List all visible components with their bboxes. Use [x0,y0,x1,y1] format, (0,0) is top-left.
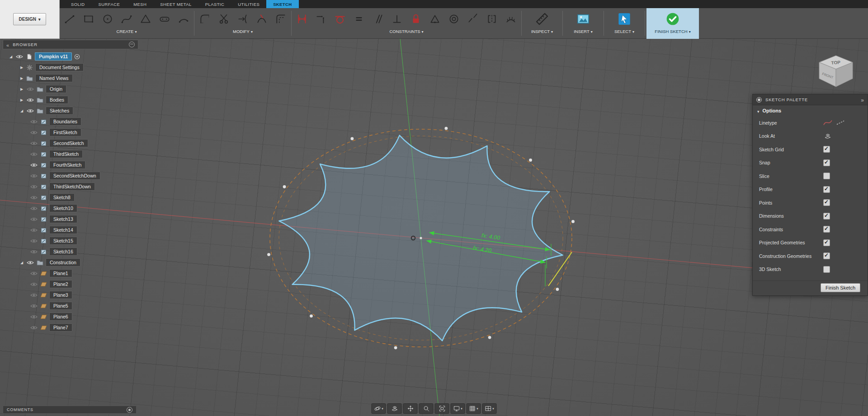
visibility-eye-icon[interactable] [30,325,38,330]
snap-checkbox[interactable] [823,159,830,166]
visibility-eye-icon[interactable] [27,108,34,113]
sketch-point[interactable] [351,137,354,140]
tangent-icon[interactable] [334,13,346,25]
fix-icon[interactable] [410,13,422,25]
linetype-construction-icon[interactable] [836,119,845,126]
comments-bubble-icon[interactable] [127,407,132,413]
browser-item-sketch14[interactable]: Sketch14 [3,224,138,235]
tab-sheet-metal[interactable]: SHEET METAL [153,0,198,8]
item-label[interactable]: SecondSketchDown [49,172,100,180]
sketch-point[interactable] [488,336,491,339]
display-settings-button[interactable]: ▾ [451,403,465,414]
browser-item-firstsketch[interactable]: FirstSketch [3,127,138,138]
item-label[interactable]: Named Views [35,74,73,82]
look-at-button[interactable] [387,403,402,414]
browser-item-sketch8[interactable]: Sketch8 [3,192,138,203]
visibility-eye-icon[interactable] [30,292,38,298]
browser-item-sketches[interactable]: ◢Sketches [3,105,138,116]
visibility-eye-icon[interactable] [30,195,38,200]
visibility-eye-icon[interactable] [27,260,34,265]
item-label[interactable]: Sketch13 [49,215,77,223]
slot-icon[interactable] [158,13,171,25]
toolbar-group-label-inspect[interactable]: INSPECT [531,29,553,34]
visibility-eye-icon[interactable] [30,206,38,211]
viewports-button[interactable]: ▾ [482,403,497,414]
item-label[interactable]: Sketch16 [49,248,77,256]
fillet-icon[interactable] [198,13,211,25]
item-label[interactable]: ThirdSketch [49,150,83,158]
pan-button[interactable] [403,403,418,414]
curvature-icon[interactable] [505,13,517,25]
fit-button[interactable] [435,403,449,414]
polygon-icon[interactable] [139,13,152,25]
item-label[interactable]: Plane7 [49,323,72,332]
measure-icon[interactable] [535,12,549,26]
browser-item-construction[interactable]: ◢Construction [3,257,138,268]
toolbar-group-label-modify[interactable]: MODIFY [233,29,253,34]
visibility-eye-icon[interactable] [30,238,38,243]
visibility-eye-icon[interactable] [16,54,24,59]
palette-options-header[interactable]: Options [753,105,868,116]
comments-bar[interactable]: COMMENTS [3,406,137,414]
item-label[interactable]: Plane5 [49,302,72,310]
sketch-point[interactable] [267,253,270,256]
item-label[interactable]: Construction [46,258,80,266]
collapse-arrow-icon[interactable]: ◢ [18,261,25,265]
finish-sketch-icon[interactable] [665,12,680,26]
item-label[interactable]: Sketch14 [49,226,77,234]
browser-item-sketch13[interactable]: Sketch13 [3,214,138,224]
spline-icon[interactable] [120,13,133,25]
toolbar-group-label-insert[interactable]: INSERT [574,29,593,34]
visibility-eye-icon[interactable] [27,97,34,103]
browser-item-secondsketchdown[interactable]: SecondSketchDown [3,170,138,181]
equal-icon[interactable] [353,13,365,25]
browser-item-sketch16[interactable]: Sketch16 [3,246,138,257]
activate-component-icon[interactable] [74,54,80,60]
design-dropdown-button[interactable]: DESIGN [13,13,47,25]
item-label[interactable]: Bodies [46,96,68,104]
tab-solid[interactable]: SOLID [64,0,92,8]
collinear-icon[interactable] [467,13,479,25]
browser-item-secondsketch[interactable]: SecondSketch [3,138,138,149]
item-label[interactable]: FirstSketch [49,128,81,136]
item-label[interactable]: Plane3 [49,291,72,299]
item-label[interactable]: Plane1 [49,269,72,277]
midpoint-icon[interactable] [429,13,441,25]
item-label[interactable]: Sketch10 [49,204,77,212]
select-icon[interactable] [617,12,632,26]
sketch-point[interactable] [556,288,559,291]
expand-arrow-icon[interactable]: ▶ [18,76,25,80]
visibility-eye-icon[interactable] [30,227,38,233]
browser-item-pumpkin-v11[interactable]: ◢Pumpkin v11 [3,51,138,62]
insert-image-icon[interactable] [576,12,590,26]
perpendicular-icon[interactable] [391,13,403,25]
browser-item-plane5[interactable]: Plane5 [3,300,138,311]
offset-icon[interactable] [274,13,287,25]
item-label[interactable]: FourthSketch [49,161,85,169]
browser-collapse-icon[interactable] [6,41,9,49]
visibility-eye-icon[interactable] [27,86,34,92]
sketch-point[interactable] [283,185,286,188]
visibility-eye-icon[interactable] [30,130,38,135]
visibility-eye-icon[interactable] [30,271,38,276]
visibility-eye-icon[interactable] [30,216,38,222]
browser-item-plane1[interactable]: Plane1 [3,268,138,279]
profile-checkbox[interactable] [823,186,830,193]
visibility-eye-icon[interactable] [30,140,38,146]
sketch-point[interactable] [310,314,313,318]
item-label[interactable]: Sketch8 [49,193,75,201]
palette-collapse-icon[interactable] [861,96,864,104]
toolbar-group-label-select[interactable]: SELECT [614,29,634,34]
sketch-point[interactable] [529,159,532,162]
browser-item-bodies[interactable]: ▶Bodies [3,94,138,105]
view-cube[interactable]: TOP FRONT [811,45,861,95]
expand-arrow-icon[interactable]: ▶ [18,65,25,70]
finish-sketch-button[interactable]: Finish Sketch [821,283,860,292]
grid-settings-button[interactable]: ▾ [467,403,481,414]
browser-item-plane3[interactable]: Plane3 [3,290,138,300]
browser-item-origin[interactable]: ▶Origin [3,84,138,94]
item-label[interactable]: Sketch15 [49,237,77,245]
expand-arrow-icon[interactable]: ▶ [18,98,25,102]
browser-item-document-settings[interactable]: ▶Document Settings [3,62,138,73]
browser-item-thirdsketchdown[interactable]: ThirdSketchDown [3,181,138,192]
